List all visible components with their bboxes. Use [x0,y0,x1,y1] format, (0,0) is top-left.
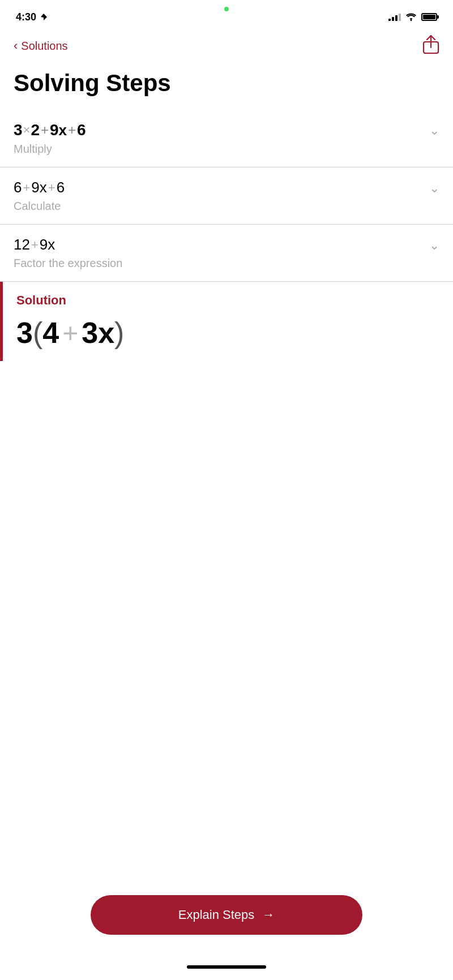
share-button[interactable] [422,35,439,57]
step3-num2: 9 [40,236,48,253]
step-row-2: 6 + 9 x + 6 ⌄ [14,179,439,196]
step2-chevron-icon: ⌄ [429,181,439,196]
step2-label: Calculate [14,200,439,213]
green-dot-indicator [224,7,229,11]
sol-inner-var: x [98,316,114,350]
home-indicator [187,965,266,969]
share-icon [422,35,439,54]
step1-plus2: + [68,122,76,138]
sol-inner-plus: + [62,317,78,349]
step1-times: × [23,123,31,137]
explain-steps-button[interactable]: Explain Steps → [91,895,362,935]
step-item-2[interactable]: 6 + 9 x + 6 ⌄ Calculate [0,167,453,225]
time-display: 4:30 [16,11,36,23]
battery-icon [421,13,437,21]
step1-plus1: + [41,122,49,138]
signal-bar-2 [392,17,394,21]
step-expression-3: 12 + 9 x [14,236,55,253]
step2-num2: 9 [31,179,39,196]
step1-label: Multiply [14,143,439,156]
signal-bars [388,13,401,21]
explain-steps-arrow-icon: → [262,908,275,922]
step2-plus2: + [48,180,55,195]
step1-num1: 3 [14,121,23,139]
step-item-1[interactable]: 3 × 2 + 9 x + 6 ⌄ Multiply [0,110,453,167]
sol-close-paren: ) [114,316,124,350]
status-icons [388,13,437,21]
step-row-3: 12 + 9 x ⌄ [14,236,439,253]
explain-btn-container: Explain Steps → [0,895,453,935]
step3-plus1: + [31,238,39,252]
explain-steps-label: Explain Steps [178,908,255,922]
back-label: Solutions [21,40,67,53]
solution-expression: 3 ( 4 + 3 x ) [16,316,439,350]
location-arrow-icon [40,13,48,21]
sol-open-paren: ( [33,316,42,350]
steps-container: 3 × 2 + 9 x + 6 ⌄ Multiply 6 + 9 x + 6 [0,110,453,361]
signal-bar-3 [395,15,398,21]
signal-bar-4 [399,14,401,21]
step2-num1: 6 [14,179,22,196]
step3-num1: 12 [14,236,30,253]
step2-plus1: + [23,180,30,195]
status-bar: 4:30 [0,0,453,31]
step1-num3: 9 [50,121,59,139]
sol-coeff: 3 [16,316,33,350]
step3-chevron-icon: ⌄ [429,238,439,253]
step-expression-1: 3 × 2 + 9 x + 6 [14,121,86,139]
signal-bar-1 [388,19,391,21]
step-row-1: 3 × 2 + 9 x + 6 ⌄ [14,121,439,139]
step3-var1: x [48,236,55,253]
back-chevron-icon: ‹ [14,38,18,53]
page-title: Solving Steps [0,63,453,110]
step1-num2: 2 [31,121,40,139]
nav-bar: ‹ Solutions [0,31,453,63]
step2-num3: 6 [57,179,65,196]
step-item-3[interactable]: 12 + 9 x ⌄ Factor the expression [0,225,453,282]
step1-chevron-icon: ⌄ [429,123,439,138]
step1-var1: x [59,122,67,139]
sol-inner-num2: 3 [82,316,98,350]
solution-section: Solution 3 ( 4 + 3 x ) [0,282,453,361]
step3-label: Factor the expression [14,257,439,270]
status-time: 4:30 [16,11,48,23]
back-button[interactable]: ‹ Solutions [14,38,68,53]
step-expression-2: 6 + 9 x + 6 [14,179,65,196]
wifi-icon [405,13,417,21]
step1-num4: 6 [77,121,86,139]
solution-label: Solution [16,293,439,308]
sol-inner-num1: 4 [42,316,59,350]
step2-var1: x [40,179,47,196]
battery-fill [423,15,435,19]
